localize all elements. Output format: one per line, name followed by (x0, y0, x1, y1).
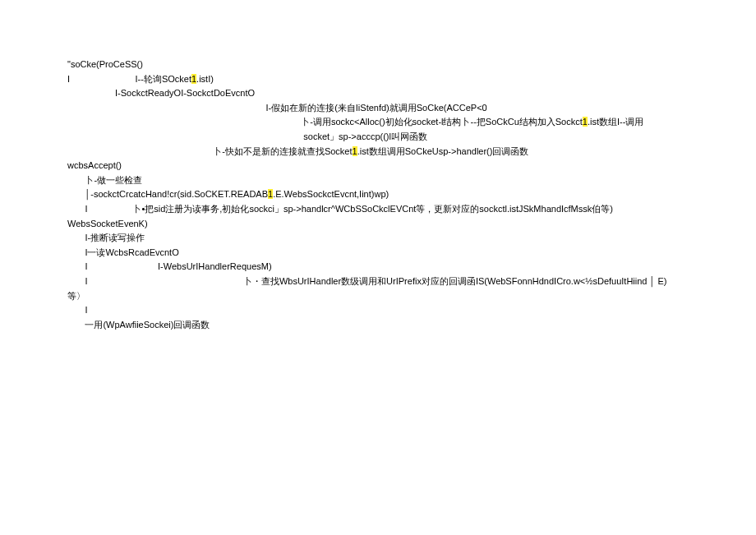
text-line: 卜-调用sockc<Alloc()初始化socket-l结构卜--把SoCkCu… (67, 115, 707, 130)
text-line: I一读WcbsRcadEvcntO (67, 246, 707, 261)
text-line: 卜-快如不是新的连接就查找Socket1.ist数组调用SoCkeUsp->ha… (67, 145, 707, 159)
text-line: 一用(WpAwfiieSockei)回调函数 (67, 318, 707, 333)
text-line: I 卜•把sid注册为读事务,初始化sockci」sp->handlcr^WCb… (67, 202, 707, 217)
text-line: I I--轮询SOcket1.istI) (67, 72, 707, 87)
text-line: │-sockctCrcatcHand!cr(sid.SoCKET.READAB1… (67, 187, 707, 202)
text-line: 等〉 (67, 289, 707, 304)
document-page: "soCke(ProCeSS() I I--轮询SOcket1.istI) I-… (0, 0, 756, 332)
text-line: I 卜・查找WbsUrIHandler数级调用和UrIPrefix对应的回调函I… (67, 274, 707, 289)
text-line: I-假如在新的连接(来自IiStenfd)就调用SoCke(ACCeP<0 (67, 101, 707, 116)
text-line: I-推断读写操作 (67, 231, 707, 246)
text-line: wcbsAccept() (67, 159, 707, 173)
text-line: WebsSocketEvenK) (67, 217, 707, 232)
text-line: 卜-做一些检查 (67, 173, 707, 188)
text-line: I (67, 303, 707, 318)
text-line: "soCke(ProCeSS() (67, 58, 707, 72)
text-line: I-SockctReadyOI-SockctDoEvcntO (67, 86, 707, 101)
text-line: socket」sp->acccp(()l叫网函数 (67, 130, 707, 145)
text-line: I I-WebsUrIHandlerRequesM) (67, 260, 707, 274)
